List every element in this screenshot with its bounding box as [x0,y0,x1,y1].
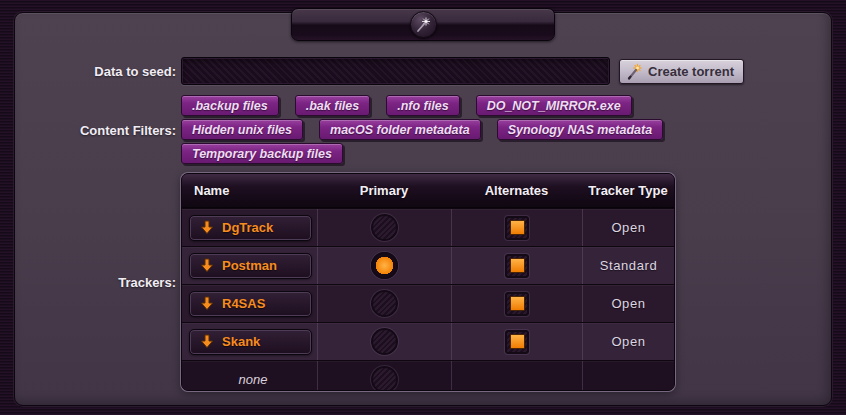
table-row: none [182,360,674,391]
alternates-checkbox[interactable] [505,254,529,278]
tracker-type-label: Open [611,296,645,311]
primary-radio[interactable] [371,214,398,241]
column-header-tracker-type: Tracker Type [582,183,674,198]
filter-chip[interactable]: Hidden unix files [181,119,303,140]
filter-chip[interactable]: Temporary backup files [181,143,343,164]
tracker-name-button[interactable]: R4SAS [189,291,312,317]
table-row: R4SAS Open [182,284,674,322]
filter-chip[interactable]: Synology NAS metadata [497,119,663,140]
primary-radio[interactable] [371,290,398,317]
filter-chip-row: Temporary backup files [181,143,343,164]
alternates-checkbox[interactable] [505,216,529,240]
primary-radio[interactable] [371,366,398,391]
tracker-name-label: DgTrack [222,220,273,235]
filter-chip[interactable]: .backup files [181,95,279,116]
content-filters-label: Content Filters: [0,123,176,138]
magic-wand-icon [415,16,432,33]
wizard-header-button[interactable] [291,8,555,41]
trackers-label: Trackers: [0,275,176,290]
table-row: Postman Standard [182,246,674,284]
column-header-alternates: Alternates [451,183,582,198]
trackers-table: Name Primary Alternates Tracker Type DgT… [181,173,675,391]
column-header-name: Name [182,183,317,198]
magic-wand-icon [626,63,643,81]
filter-chip[interactable]: .bak files [295,95,371,116]
alternates-checkbox[interactable] [505,292,529,316]
tracker-name-button[interactable]: DgTrack [189,215,312,241]
tracker-name-label: Postman [222,258,277,273]
magic-wand-emblem [410,11,437,38]
create-torrent-button[interactable]: Create torrent [619,59,744,84]
tracker-type-label: Open [611,220,645,235]
filter-chip-row: Hidden unix files macOS folder metadata … [181,119,663,140]
table-row: Skank Open [182,322,674,360]
trackers-table-header: Name Primary Alternates Tracker Type [182,174,674,208]
create-torrent-label: Create torrent [648,64,734,79]
download-arrow-icon [200,296,214,311]
none-label: none [189,372,317,387]
filter-chip[interactable]: macOS folder metadata [319,119,481,140]
filter-chip[interactable]: DO_NOT_MIRROR.exe [476,95,632,116]
filter-chip-row: .backup files .bak files .nfo files DO_N… [181,95,632,116]
alternates-checkbox[interactable] [505,330,529,354]
tracker-type-label: Standard [600,258,658,273]
data-to-seed-label: Data to seed: [0,64,176,79]
tracker-name-label: R4SAS [222,296,265,311]
tracker-name-button[interactable]: Postman [189,253,312,279]
primary-radio[interactable] [371,252,398,279]
torrent-creator-screen: Data to seed: Create torrent Content Fil… [0,0,846,415]
data-to-seed-input[interactable] [181,57,610,85]
download-arrow-icon [200,334,214,349]
primary-radio[interactable] [371,328,398,355]
column-header-primary: Primary [317,183,451,198]
filter-chip[interactable]: .nfo files [386,95,459,116]
table-row: DgTrack Open [182,208,674,246]
tracker-name-label: Skank [222,334,260,349]
tracker-type-label: Open [611,334,645,349]
download-arrow-icon [200,220,214,235]
tracker-name-button[interactable]: Skank [189,329,312,355]
download-arrow-icon [200,258,214,273]
